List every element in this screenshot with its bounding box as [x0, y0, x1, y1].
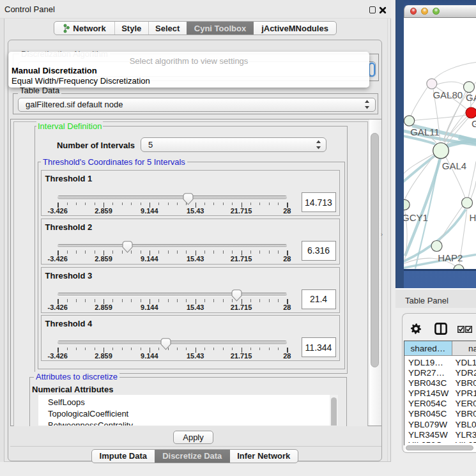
svg-text:GAL1: GAL1 [466, 91, 476, 102]
svg-text:GAL4: GAL4 [442, 160, 466, 171]
svg-text:GAL80: GAL80 [433, 89, 463, 100]
svg-text:GAL11: GAL11 [410, 127, 440, 137]
svg-text:HAP2: HAP2 [438, 252, 463, 263]
svg-text:GCY1: GCY1 [404, 212, 428, 223]
svg-text:GA: GA [472, 118, 476, 128]
svg-text:H: H [470, 212, 476, 223]
